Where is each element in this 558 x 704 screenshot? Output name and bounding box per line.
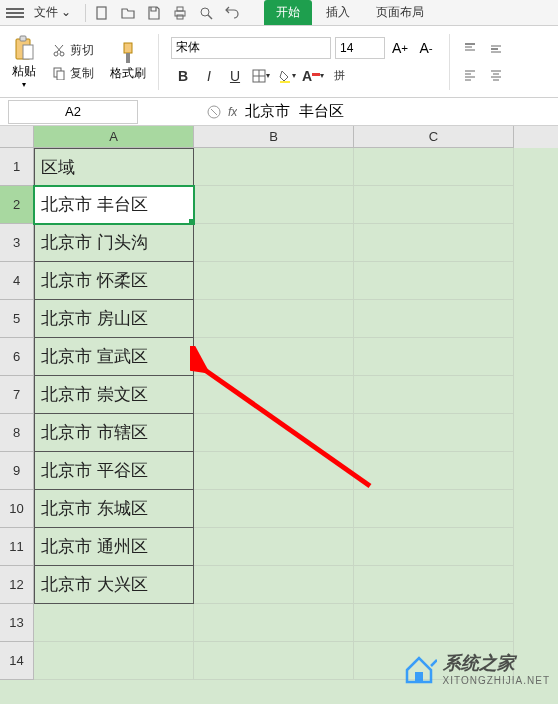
row-headers: 1234567891011121314 — [0, 148, 34, 680]
cell-C3[interactable] — [354, 224, 514, 262]
cell-C5[interactable] — [354, 300, 514, 338]
cell-B1[interactable] — [194, 148, 354, 186]
tab-start[interactable]: 开始 — [264, 0, 312, 25]
cell-A5[interactable]: 北京市 房山区 — [34, 300, 194, 338]
cell-A6[interactable]: 北京市 宣武区 — [34, 338, 194, 376]
new-icon[interactable] — [94, 5, 110, 21]
decrease-font-button[interactable]: A- — [415, 37, 437, 59]
font-color-button[interactable]: A▾ — [301, 65, 325, 87]
cell-A8[interactable]: 北京市 市辖区 — [34, 414, 194, 452]
copy-button[interactable]: 复制 — [48, 63, 98, 84]
font-size-select[interactable] — [335, 37, 385, 59]
increase-font-button[interactable]: A+ — [389, 37, 411, 59]
print-icon[interactable] — [172, 5, 188, 21]
svg-rect-15 — [124, 43, 132, 53]
cell-C12[interactable] — [354, 566, 514, 604]
undo-icon[interactable] — [224, 5, 240, 21]
cell-B12[interactable] — [194, 566, 354, 604]
cell-B5[interactable] — [194, 300, 354, 338]
align-left-button[interactable] — [458, 64, 482, 86]
align-top-button[interactable] — [458, 38, 482, 60]
ribbon: 粘贴 ▾ 剪切 复制 格式刷 A+ A- B I U ▾ ▾ A▾ 拼 — [0, 26, 558, 98]
row-header-11[interactable]: 11 — [0, 528, 34, 566]
cell-A10[interactable]: 北京市 东城区 — [34, 490, 194, 528]
col-header-B[interactable]: B — [194, 126, 354, 148]
cell-A12[interactable]: 北京市 大兴区 — [34, 566, 194, 604]
cell-C2[interactable] — [354, 186, 514, 224]
cell-A3[interactable]: 北京市 门头沟 — [34, 224, 194, 262]
cell-B8[interactable] — [194, 414, 354, 452]
cell-A2[interactable]: 北京市 丰台区 — [34, 186, 194, 224]
cell-B7[interactable] — [194, 376, 354, 414]
cell-B6[interactable] — [194, 338, 354, 376]
row-header-6[interactable]: 6 — [0, 338, 34, 376]
fx-button[interactable]: fx — [228, 105, 237, 119]
svg-rect-20 — [280, 81, 290, 83]
formula-input[interactable] — [237, 100, 558, 124]
cell-C11[interactable] — [354, 528, 514, 566]
preview-icon[interactable] — [198, 5, 214, 21]
row-header-7[interactable]: 7 — [0, 376, 34, 414]
row-header-13[interactable]: 13 — [0, 604, 34, 642]
cell-B4[interactable] — [194, 262, 354, 300]
cell-C9[interactable] — [354, 452, 514, 490]
row-header-2[interactable]: 2 — [0, 186, 34, 224]
row-header-12[interactable]: 12 — [0, 566, 34, 604]
cut-button[interactable]: 剪切 — [48, 40, 98, 61]
col-header-C[interactable]: C — [354, 126, 514, 148]
divider — [449, 34, 450, 90]
col-header-A[interactable]: A — [34, 126, 194, 148]
cell-B9[interactable] — [194, 452, 354, 490]
hamburger-icon[interactable] — [6, 4, 24, 22]
row-header-8[interactable]: 8 — [0, 414, 34, 452]
phonetic-button[interactable]: 拼 — [327, 65, 351, 87]
cell-C6[interactable] — [354, 338, 514, 376]
align-middle-button[interactable] — [484, 38, 508, 60]
row-header-9[interactable]: 9 — [0, 452, 34, 490]
row-header-3[interactable]: 3 — [0, 224, 34, 262]
underline-button[interactable]: U — [223, 65, 247, 87]
cell-B10[interactable] — [194, 490, 354, 528]
open-icon[interactable] — [120, 5, 136, 21]
tab-page-layout[interactable]: 页面布局 — [364, 0, 436, 25]
row-header-1[interactable]: 1 — [0, 148, 34, 186]
cell-B13[interactable] — [194, 604, 354, 642]
quick-access — [94, 5, 240, 21]
paste-button[interactable]: 粘贴 ▾ — [8, 33, 40, 91]
tab-insert[interactable]: 插入 — [314, 0, 362, 25]
cell-B14[interactable] — [194, 642, 354, 680]
cell-C4[interactable] — [354, 262, 514, 300]
cancel-icon[interactable] — [206, 104, 222, 120]
cell-B3[interactable] — [194, 224, 354, 262]
cell-A11[interactable]: 北京市 通州区 — [34, 528, 194, 566]
row-header-14[interactable]: 14 — [0, 642, 34, 680]
select-all-corner[interactable] — [0, 126, 34, 148]
cell-B2[interactable] — [194, 186, 354, 224]
cell-A4[interactable]: 北京市 怀柔区 — [34, 262, 194, 300]
name-box[interactable] — [8, 100, 138, 124]
save-icon[interactable] — [146, 5, 162, 21]
cell-C10[interactable] — [354, 490, 514, 528]
row-header-4[interactable]: 4 — [0, 262, 34, 300]
svg-rect-7 — [20, 36, 26, 41]
cell-A9[interactable]: 北京市 平谷区 — [34, 452, 194, 490]
file-menu[interactable]: 文件 ⌄ — [28, 2, 77, 23]
fill-color-button[interactable]: ▾ — [275, 65, 299, 87]
align-center-button[interactable] — [484, 64, 508, 86]
border-button[interactable]: ▾ — [249, 65, 273, 87]
cell-C7[interactable] — [354, 376, 514, 414]
format-painter-button[interactable]: 格式刷 — [106, 39, 150, 84]
cell-A7[interactable]: 北京市 崇文区 — [34, 376, 194, 414]
cell-C1[interactable] — [354, 148, 514, 186]
bold-button[interactable]: B — [171, 65, 195, 87]
italic-button[interactable]: I — [197, 65, 221, 87]
cell-C13[interactable] — [354, 604, 514, 642]
row-header-10[interactable]: 10 — [0, 490, 34, 528]
cell-B11[interactable] — [194, 528, 354, 566]
cell-C8[interactable] — [354, 414, 514, 452]
row-header-5[interactable]: 5 — [0, 300, 34, 338]
cell-A14[interactable] — [34, 642, 194, 680]
font-name-select[interactable] — [171, 37, 331, 59]
cell-A1[interactable]: 区域 — [34, 148, 194, 186]
cell-A13[interactable] — [34, 604, 194, 642]
